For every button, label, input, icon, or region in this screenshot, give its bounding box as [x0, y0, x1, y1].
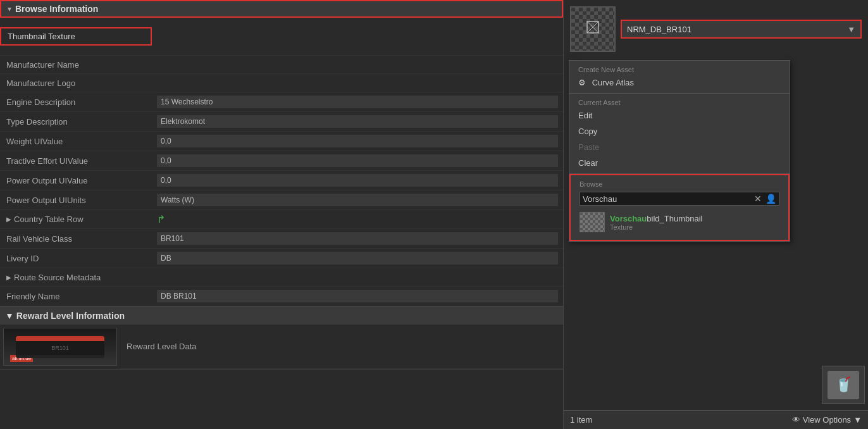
edit-item[interactable]: Edit — [569, 108, 790, 123]
collapse-triangle[interactable]: ▼ — [6, 6, 13, 13]
bottom-right-thumbnail: 🥤 — [822, 366, 865, 404]
left-panel: ▼ Browse Information Thumbnail Texture M… — [0, 0, 563, 429]
country-link-icon: ↱ — [157, 214, 165, 225]
friendly-name-label: Friendly Name — [0, 289, 152, 304]
browse-info-header: ▼ Browse Information — [0, 0, 563, 18]
rail-vehicle-class-row: Rail Vehicle Class BR101 — [0, 229, 563, 249]
manufacturer-name-label: Manufacturer Name — [0, 57, 152, 73]
browse-search-input[interactable] — [583, 194, 750, 204]
route-source-metadata-row: ▶ Route Source Metadata — [0, 268, 563, 287]
engine-description-value: 15 Wechselstro — [152, 92, 563, 111]
right-top-area: NRM_DB_BR101 ▼ Create New Asset ⚙ Curve … — [564, 0, 868, 58]
power-output-uiunits-row: Power Output UIUnits Watts (W) — [0, 190, 563, 210]
browse-result-item[interactable]: Vorschaubild_Thumbnail Texture — [580, 209, 779, 235]
rail-vehicle-class-label: Rail Vehicle Class — [0, 231, 152, 247]
type-description-value: Elektrokomot — [152, 112, 563, 131]
right-panel: NRM_DB_BR101 ▼ Create New Asset ⚙ Curve … — [563, 0, 868, 429]
livery-id-value: DB — [152, 249, 563, 268]
route-source-metadata-label: ▶ Route Source Metadata — [0, 270, 152, 285]
engine-description-label: Engine Description — [0, 94, 152, 110]
tractive-effort-row: Tractive Effort UIValue 0,0 — [0, 151, 563, 171]
power-output-uivalue-value: 0,0 — [152, 171, 563, 190]
cylinder-icon: 🥤 — [835, 376, 852, 393]
eye-icon: 👁 — [792, 415, 800, 425]
manufacturer-logo-value — [152, 80, 563, 86]
reward-info-title: Reward Level Information — [16, 311, 125, 321]
create-new-asset-section: Create New Asset ⚙ Curve Atlas — [569, 61, 790, 94]
bottom-image-area: ail-im.de BR101 Reward Level Data — [0, 325, 563, 370]
browse-section: Browse ✕ 👤 Vorschaubild_Thumbn — [569, 174, 790, 241]
clear-item[interactable]: Clear — [569, 155, 790, 171]
engine-description-row: Engine Description 15 Wechselstro — [0, 92, 563, 112]
browse-input-row: ✕ 👤 — [580, 192, 779, 206]
livery-id-label: Livery ID — [0, 251, 152, 266]
asset-dropdown-value: NRM_DB_BR101 — [627, 25, 691, 34]
route-expand-icon[interactable]: ▶ — [6, 274, 11, 281]
asset-icon-overlay — [585, 20, 600, 39]
friendly-name-value: DB BR101 — [152, 287, 563, 306]
context-menu: Create New Asset ⚙ Curve Atlas Current A… — [569, 60, 790, 242]
power-output-uivalue-label: Power Output UIValue — [0, 173, 152, 189]
curve-atlas-icon: ⚙ — [578, 78, 586, 87]
thumbnail-texture-row: Thumbnail Texture — [0, 18, 563, 56]
view-options-arrow: ▼ — [853, 415, 862, 425]
copy-item[interactable]: Copy — [569, 123, 790, 139]
view-options-button[interactable]: 👁 View Options ▼ — [792, 415, 862, 425]
reward-info-header: ▼ Reward Level Information — [0, 306, 563, 325]
reward-level-data-row: Reward Level Data — [120, 325, 563, 369]
friendly-name-row: Friendly Name DB BR101 — [0, 287, 563, 306]
livery-id-row: Livery ID DB — [0, 249, 563, 268]
browse-clear-icon[interactable]: ✕ — [753, 194, 763, 204]
browse-result-thumbnail — [580, 212, 605, 232]
country-table-row-label: ▶ Country Table Row — [0, 211, 152, 227]
power-output-uiunits-label: Power Output UIUnits — [0, 192, 152, 208]
country-expand-icon[interactable]: ▶ — [6, 216, 11, 223]
weight-uivalue-value: 0,0 — [152, 132, 563, 151]
power-output-uiunits-value: Watts (W) — [152, 190, 563, 209]
type-description-row: Type Description Elektrokomot — [0, 112, 563, 132]
browse-user-icon: 👤 — [766, 194, 776, 204]
dropdown-arrow-icon: ▼ — [847, 25, 855, 34]
thumbnail-texture-label: Thumbnail Texture — [0, 27, 152, 46]
manufacturer-name-value — [152, 61, 563, 68]
rail-vehicle-class-value: BR101 — [152, 229, 563, 248]
route-source-metadata-value — [152, 274, 563, 280]
asset-dropdown[interactable]: NRM_DB_BR101 ▼ — [621, 20, 862, 39]
create-new-asset-title: Create New Asset — [569, 63, 790, 75]
bottom-bar: 1 item 👁 View Options ▼ — [564, 410, 868, 429]
browse-rest-text: bild_Thumbnail — [647, 214, 702, 223]
current-asset-section: Current Asset Edit Copy Paste Clear — [569, 94, 790, 174]
bottom-train-image: ail-im.de BR101 — [3, 328, 117, 366]
browse-result-sub-text: Texture — [610, 223, 702, 231]
paste-item[interactable]: Paste — [569, 139, 790, 155]
country-table-row-row: ▶ Country Table Row ↱ — [0, 210, 563, 229]
browse-result-main-text: Vorschaubild_Thumbnail — [610, 214, 702, 223]
browse-info-title: Browse Information — [15, 4, 98, 14]
first-asset-thumbnail — [570, 6, 616, 52]
view-options-label: View Options — [803, 415, 851, 425]
browse-highlight-text: Vorschau — [610, 214, 647, 223]
browse-result-text: Vorschaubild_Thumbnail Texture — [610, 214, 702, 231]
reward-level-data-label: Reward Level Data — [120, 339, 272, 354]
tractive-effort-label: Tractive Effort UIValue — [0, 153, 152, 169]
type-description-label: Type Description — [0, 114, 152, 130]
curve-atlas-item[interactable]: ⚙ Curve Atlas — [569, 75, 790, 90]
power-output-uivalue-row: Power Output UIValue 0,0 — [0, 171, 563, 190]
manufacturer-logo-row: Manufacturer Logo — [0, 74, 563, 92]
manufacturer-logo-label: Manufacturer Logo — [0, 75, 152, 91]
manufacturer-name-row: Manufacturer Name — [0, 56, 563, 74]
tractive-effort-value: 0,0 — [152, 151, 563, 170]
weight-uivalue-label: Weight UIValue — [0, 134, 152, 149]
country-table-row-value: ↱ — [152, 210, 563, 228]
weight-uivalue-row: Weight UIValue 0,0 — [0, 132, 563, 151]
browse-title: Browse — [580, 180, 779, 188]
current-asset-title: Current Asset — [569, 96, 790, 108]
first-asset-row: NRM_DB_BR101 ▼ — [570, 6, 862, 52]
item-count: 1 item — [570, 415, 592, 425]
reward-collapse-triangle[interactable]: ▼ — [5, 311, 14, 321]
